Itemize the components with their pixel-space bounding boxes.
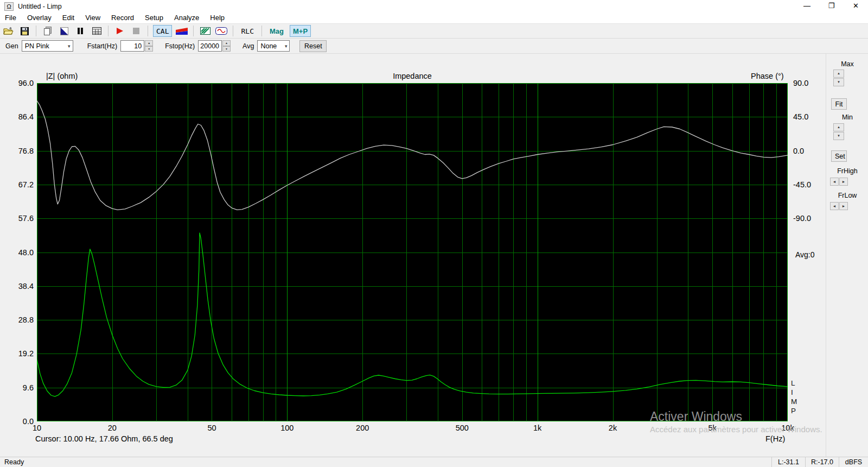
measurement-controls: Gen PN Pink ▾ Fstart(Hz) ▲▼ Fstop(Hz) ▲▼… (0, 39, 868, 54)
save-floppy-icon (21, 27, 29, 35)
menu-record[interactable]: Record (106, 12, 139, 23)
left-axis-tick: 48.0 (0, 248, 34, 257)
save-button[interactable] (18, 25, 31, 37)
spectrum-analyzer-button[interactable] (199, 25, 212, 37)
right-axis-tick: 0.0 (793, 147, 804, 155)
left-axis-tick: 0.0 (0, 417, 34, 426)
toolbar-separator (108, 26, 108, 36)
sine-wave-icon (215, 27, 227, 35)
frhigh-label: FrHigh (827, 167, 868, 175)
toolbar-separator (233, 26, 233, 36)
menu-bar: File Overlay Edit View Record Setup Anal… (0, 12, 868, 23)
max-up-button[interactable]: ▲ (833, 70, 844, 78)
impedance-plot[interactable] (37, 83, 788, 421)
start-recording-button[interactable] (113, 25, 126, 37)
frlow-left-button[interactable]: ◄ (830, 202, 839, 210)
left-axis-tick: 67.2 (0, 180, 34, 189)
right-axis-tick: -45.0 (793, 180, 811, 189)
frhigh-right-button[interactable]: ► (839, 178, 848, 186)
open-file-button[interactable] (2, 25, 15, 37)
new-document-button[interactable] (41, 25, 54, 37)
magnitude-view-button[interactable]: Mag (267, 25, 286, 37)
avg-label: Avg (242, 42, 254, 50)
min-up-button[interactable]: ▲ (833, 123, 844, 131)
app-icon: Ω (4, 2, 14, 11)
min-down-button[interactable]: ▼ (833, 132, 844, 140)
fstart-input[interactable] (120, 40, 144, 52)
averaging-select[interactable]: None ▾ (257, 40, 290, 52)
table-icon (92, 27, 101, 35)
spin-up-icon[interactable]: ▲ (145, 40, 153, 46)
left-axis-tick: 96.0 (0, 79, 34, 87)
fstop-input[interactable] (198, 40, 222, 52)
pause-button[interactable] (74, 25, 87, 37)
generator-output-button[interactable] (175, 25, 188, 37)
limp-window: Ω Untitled - Limp — ❐ ✕ File Overlay Edi… (0, 0, 868, 467)
left-level-indicator: L:-31.1 (771, 457, 805, 467)
left-axis-tick: 19.2 (0, 349, 34, 358)
spin-down-icon[interactable]: ▼ (222, 46, 231, 52)
toolbar-separator (36, 26, 36, 36)
menu-analyze[interactable]: Analyze (169, 12, 205, 23)
close-button[interactable]: ✕ (844, 0, 868, 12)
toolbar-separator (148, 26, 148, 36)
menu-view[interactable]: View (80, 12, 106, 23)
x-axis-tick: 10 (33, 424, 41, 432)
status-text: Ready (4, 458, 24, 466)
x-axis-tick: 1k (533, 424, 541, 432)
min-label: Min (827, 113, 868, 121)
fstop-label: Fstop(Hz) (165, 42, 195, 50)
frhigh-left-button[interactable]: ◄ (830, 178, 839, 186)
fstop-spinner[interactable]: ▲▼ (222, 40, 231, 52)
chart-workspace: |Z| (ohm) Impedance Phase (°) 96.086.476… (0, 54, 868, 457)
left-axis-tick: 86.4 (0, 112, 34, 121)
left-axis-tick: 38.4 (0, 282, 34, 291)
stop-button[interactable] (130, 25, 143, 37)
rlc-mode-button[interactable]: RLC (238, 25, 256, 37)
menu-edit[interactable]: Edit (57, 12, 80, 23)
magnitude-phase-view-button[interactable]: M+P (290, 25, 311, 37)
reset-button[interactable]: Reset (299, 40, 327, 52)
menu-overlay[interactable]: Overlay (22, 12, 57, 23)
toolbar-separator (261, 26, 262, 36)
windows-activation-watermark-sub: Accédez aux paramètres pour activer Wind… (650, 425, 822, 434)
maximize-button[interactable]: ❐ (819, 0, 844, 12)
menu-setup[interactable]: Setup (139, 12, 169, 23)
x-axis-tick: 2k (609, 424, 617, 432)
menu-file[interactable]: File (0, 12, 22, 23)
cursor-readout: Cursor: 10.00 Hz, 17.66 Ohm, 66.5 deg (35, 434, 173, 443)
average-counter: Avg:0 (795, 250, 815, 259)
fstart-spinner[interactable]: ▲▼ (145, 40, 153, 52)
fit-button[interactable]: Fit (831, 98, 847, 110)
max-label: Max (827, 60, 868, 68)
max-down-button[interactable]: ▼ (833, 78, 844, 86)
set-button[interactable]: Set (831, 150, 847, 162)
signal-generator-button[interactable] (58, 25, 71, 37)
averaging-value: None (260, 42, 277, 50)
generator-type-select[interactable]: PN Pink ▾ (22, 40, 73, 52)
spin-down-icon[interactable]: ▼ (145, 46, 153, 52)
oscilloscope-button[interactable] (215, 25, 228, 37)
menu-help[interactable]: Help (205, 12, 230, 23)
chart-title: Impedance (0, 72, 825, 80)
chevron-down-icon: ▾ (285, 43, 288, 49)
right-axis-tick: 45.0 (793, 112, 808, 121)
spin-up-icon[interactable]: ▲ (222, 40, 231, 46)
window-title: Untitled - Limp (18, 3, 62, 10)
table-view-button[interactable] (90, 25, 103, 37)
x-axis-tick: 50 (207, 424, 216, 432)
title-bar: Ω Untitled - Limp — ❐ ✕ (0, 0, 868, 12)
fstart-label: Fstart(Hz) (87, 42, 118, 50)
open-folder-icon (3, 27, 14, 35)
x-axis-tick: 500 (456, 424, 469, 432)
calibrate-button[interactable]: CAL (153, 25, 172, 37)
minimize-button[interactable]: — (795, 0, 819, 12)
stop-icon (133, 28, 139, 34)
left-axis-tick: 57.6 (0, 214, 34, 223)
frlow-right-button[interactable]: ► (839, 202, 848, 210)
right-axis-tick: 90.0 (793, 79, 808, 87)
right-axis-tick: -90.0 (793, 214, 811, 223)
generator-type-value: PN Pink (25, 42, 49, 50)
toolbar: CAL RLC Mag M+P (0, 23, 868, 39)
left-axis-tick: 28.8 (0, 315, 34, 324)
